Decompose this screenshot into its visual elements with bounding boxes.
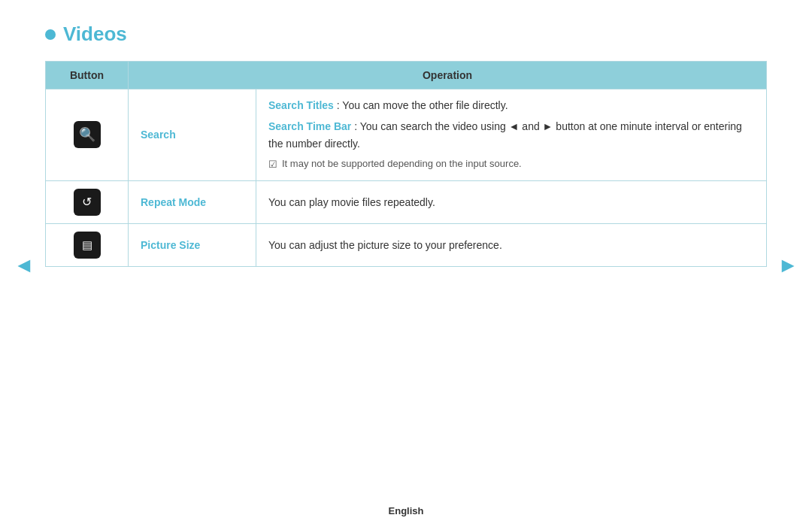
- icon-cell-search: 🔍: [46, 89, 129, 181]
- col-header-operation: Operation: [129, 62, 767, 89]
- repeat-icon: ↺: [74, 189, 101, 216]
- op-note-search: ☑ It may not be supported depending on t…: [268, 156, 754, 173]
- search-time-bar-label: Search Time Bar: [268, 120, 351, 132]
- icon-cell-repeat: ↺: [46, 180, 129, 223]
- op-line-1: Search Titles : You can move the other f…: [268, 97, 754, 114]
- operation-cell-search: Search Titles : You can move the other f…: [256, 89, 767, 181]
- search-titles-label: Search Titles: [268, 99, 334, 111]
- operation-cell-repeat: You can play movie files repeatedly.: [256, 180, 767, 223]
- picture-size-icon: ▤: [74, 232, 101, 259]
- picture-size-text: You can adjust the picture size to your …: [268, 239, 502, 251]
- feature-name-picture-size: Picture Size: [129, 223, 256, 266]
- nav-right-button[interactable]: ►: [777, 253, 798, 277]
- page-container: Videos Button Operation 🔍 Search Search …: [0, 0, 812, 289]
- icon-cell-picture-size: ▤: [46, 223, 129, 266]
- table-row-picture-size: ▤ Picture Size You can adjust the pictur…: [46, 223, 767, 266]
- table-row-repeat: ↺ Repeat Mode You can play movie files r…: [46, 180, 767, 223]
- search-icon: 🔍: [74, 121, 101, 148]
- footer-language: English: [389, 505, 424, 516]
- col-header-button: Button: [46, 62, 129, 89]
- page-title-section: Videos: [45, 23, 767, 46]
- title-bullet: [45, 29, 56, 40]
- note-text: It may not be supported depending on the…: [282, 156, 522, 172]
- operation-cell-picture-size: You can adjust the picture size to your …: [256, 223, 767, 266]
- nav-left-button[interactable]: ◄: [14, 253, 35, 277]
- feature-name-search: Search: [129, 89, 256, 181]
- repeat-mode-text: You can play movie files repeatedly.: [268, 196, 435, 208]
- note-icon: ☑: [268, 157, 277, 173]
- op-line-2: Search Time Bar : You can search the vid…: [268, 118, 754, 152]
- main-table: Button Operation 🔍 Search Search Titles …: [45, 61, 767, 267]
- page-title: Videos: [63, 23, 127, 46]
- feature-name-repeat: Repeat Mode: [129, 180, 256, 223]
- table-row-search: 🔍 Search Search Titles : You can move th…: [46, 89, 767, 181]
- search-titles-text: : You can move the other file directly.: [337, 99, 508, 111]
